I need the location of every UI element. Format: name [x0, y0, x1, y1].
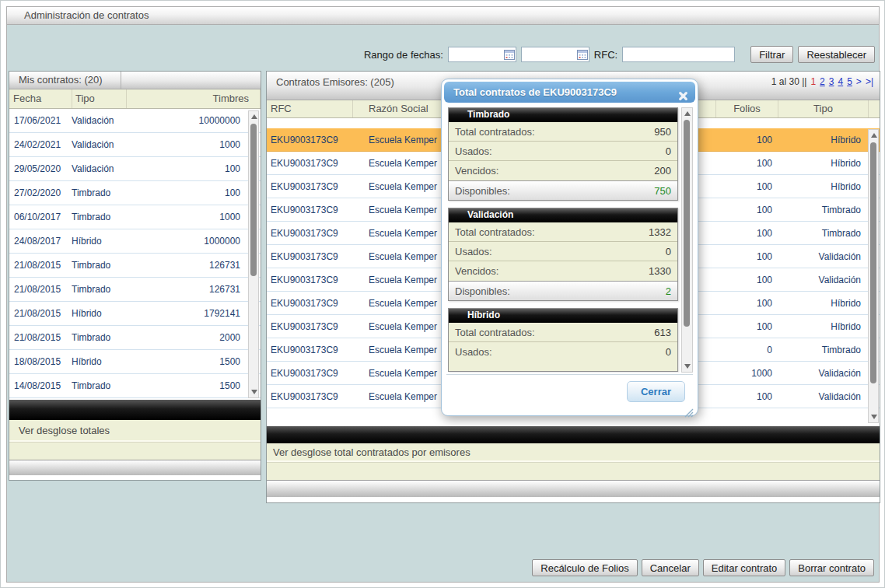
scroll-up-icon[interactable] [251, 114, 257, 119]
issuer-contracts-footer [267, 480, 880, 497]
editar-contrato-button[interactable]: Editar contrato [703, 559, 786, 576]
cell-fecha: 21/08/2015 [9, 332, 72, 343]
totals-dialog-title: Total contratos de EKU9003173C9 [453, 86, 617, 98]
page-link[interactable]: 2 [820, 76, 825, 87]
close-icon[interactable] [678, 87, 688, 97]
cell-rfc: EKU9003173C9 [267, 391, 353, 402]
cell-folios: 0 [715, 345, 777, 355]
modal-data-row: Vencidos: 1330 [449, 261, 677, 281]
page-link[interactable]: 5 [847, 76, 852, 87]
modal-data-row: Vencidos: 200 [449, 161, 677, 180]
calendar-icon[interactable] [577, 49, 588, 59]
scrollbar-thumb[interactable] [870, 142, 876, 383]
modal-data-row: Total contratados: 950 [449, 122, 677, 142]
filtrar-button[interactable]: Filtrar [750, 46, 793, 63]
modal-data-row: Usados: 0 [449, 342, 677, 362]
calendar-icon[interactable] [504, 49, 515, 59]
cell-tipo: Timbrado [72, 332, 145, 343]
row-value: 2 [666, 285, 677, 297]
cell-timbres: 2000 [145, 332, 261, 343]
cell-fecha: 21/08/2015 [9, 284, 72, 295]
cell-tipo: Timbrado [72, 212, 145, 222]
row-value: 750 [654, 185, 677, 197]
table-row[interactable]: 14/08/2015 Timbrado 1500 [9, 374, 261, 398]
row-label: Usados: [449, 246, 492, 257]
cell-rfc: EKU9003173C9 [267, 345, 353, 355]
table-row[interactable]: 27/02/2020 Timbrado 100 [9, 181, 261, 205]
table-row[interactable]: 21/08/2015 Timbrado 2000 [9, 326, 261, 350]
row-value: 1330 [649, 265, 677, 277]
cell-rfc: EKU9003173C9 [267, 228, 353, 239]
empty-row [9, 442, 261, 460]
reestablecer-button[interactable]: Reestablecer [798, 46, 875, 63]
cell-fecha: 17/06/2021 [9, 115, 72, 126]
page-link[interactable]: 3 [829, 76, 834, 87]
section-title: Timbrado [449, 108, 677, 122]
table-row[interactable]: 06/10/2017 Timbrado 1000 [9, 205, 261, 229]
action-buttons: Recálculo de Folios Cancelar Editar cont… [532, 559, 874, 576]
column-tipo[interactable]: Tipo [72, 89, 127, 108]
row-label: Total contratados: [449, 327, 535, 338]
table-row[interactable]: 21/08/2015 Timbrado 126731 [9, 278, 261, 302]
page-next[interactable]: > [856, 76, 862, 87]
recalculo-folios-button[interactable]: Recálculo de Folios [532, 559, 637, 576]
totals-dialog-header[interactable]: Total contratos de EKU9003173C9 [444, 82, 695, 103]
ver-desglose-totales-link[interactable]: Ver desglose totales [9, 420, 261, 442]
cell-folios: 1000 [715, 368, 777, 379]
borrar-contrato-button[interactable]: Borrar contrato [789, 559, 874, 576]
ver-desglose-emisores-link[interactable]: Ver desglose total contratados por emiso… [267, 443, 880, 462]
scrollbar-thumb[interactable] [684, 120, 690, 327]
table-row[interactable]: 17/06/2021 Validación 10000000 [9, 109, 261, 133]
totals-dialog-body: Timbrado Total contratados: 950 Usados: … [448, 107, 693, 373]
cell-tipo: Timbrado [777, 345, 867, 355]
table-row[interactable]: 21/08/2015 Híbrido 1792141 [9, 302, 261, 326]
scroll-down-icon[interactable] [684, 364, 691, 369]
cell-folios: 100 [715, 181, 777, 192]
scroll-down-icon[interactable] [871, 415, 877, 419]
cell-fecha: 21/08/2015 [9, 308, 72, 319]
cell-timbres: 126731 [145, 260, 261, 271]
resize-handle-icon[interactable] [684, 407, 694, 416]
cell-fecha: 29/05/2020 [9, 163, 72, 174]
cell-fecha: 14/08/2015 [9, 380, 72, 391]
cell-tipo: Híbrido [777, 181, 867, 192]
page-current[interactable]: 1 [810, 76, 816, 87]
cell-fecha: 24/02/2021 [9, 139, 72, 150]
scroll-up-icon[interactable] [684, 111, 691, 116]
cell-folios: 100 [715, 251, 777, 262]
issuer-contracts-scrollbar[interactable] [868, 129, 879, 423]
filter-bar: Rango de fechas: RFC: Filtrar Reestablec… [364, 46, 875, 63]
cell-timbres: 10000000 [145, 115, 261, 126]
cell-folios: 100 [715, 135, 777, 145]
cell-rfc: EKU9003173C9 [267, 181, 353, 192]
row-value: 613 [654, 327, 677, 338]
cell-folios: 100 [715, 275, 777, 285]
scroll-down-icon[interactable] [251, 390, 257, 394]
cerrar-button[interactable]: Cerrar [627, 381, 685, 402]
table-row[interactable]: 24/08/2017 Híbrido 1000000 [9, 229, 261, 254]
modal-data-row: Total contratados: 1332 [449, 222, 677, 242]
table-row[interactable]: 21/08/2015 Timbrado 126731 [9, 254, 261, 278]
dialog-scrollbar[interactable] [681, 107, 693, 373]
page-last[interactable]: >| [866, 76, 873, 87]
row-label: Vencidos: [449, 265, 498, 277]
column-timbres[interactable]: Timbres [127, 89, 261, 108]
cell-folios: 100 [715, 391, 777, 402]
table-row[interactable]: 24/02/2021 Validación 1000 [9, 133, 261, 157]
column-tipo[interactable]: Tipo [778, 100, 869, 117]
rfc-input[interactable] [622, 47, 735, 62]
scrollbar-thumb[interactable] [250, 124, 257, 276]
column-rfc[interactable]: RFC [267, 100, 353, 117]
table-row[interactable]: 29/05/2020 Validación 100 [9, 157, 261, 181]
cell-tipo: Híbrido [72, 356, 145, 367]
row-value: 0 [666, 346, 677, 358]
column-fecha[interactable]: Fecha [9, 89, 72, 108]
empty-row [267, 462, 880, 480]
table-row[interactable]: 18/08/2015 Híbrido 1500 [9, 350, 261, 374]
cell-rfc: EKU9003173C9 [267, 158, 353, 169]
page-link[interactable]: 4 [838, 76, 843, 87]
scroll-up-icon[interactable] [871, 133, 877, 138]
cancelar-button[interactable]: Cancelar [642, 559, 699, 576]
column-folios[interactable]: Folios [716, 100, 778, 117]
my-contracts-scrollbar[interactable] [248, 110, 259, 398]
